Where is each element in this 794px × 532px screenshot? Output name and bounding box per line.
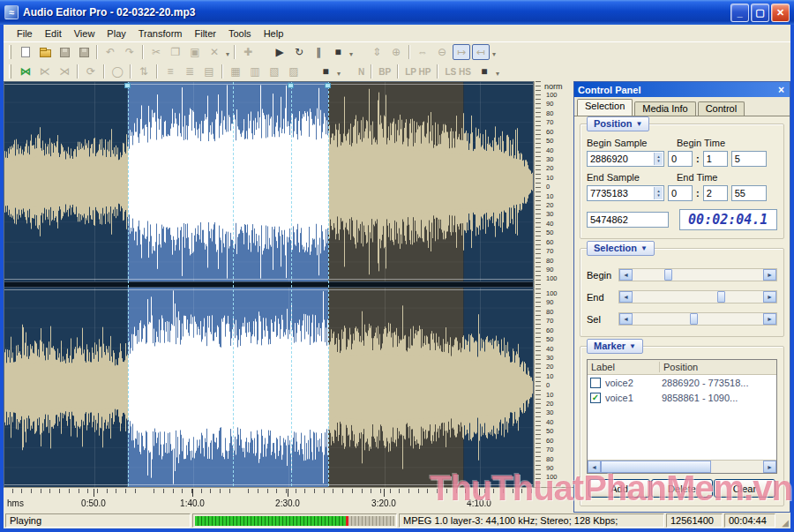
tab-selection[interactable]: Selection — [577, 99, 633, 116]
add-marker-button[interactable]: ✚ — [239, 44, 257, 60]
slider-left-arrow[interactable]: ◄ — [619, 313, 633, 325]
edit-dropdown[interactable]: ▾ — [224, 50, 231, 58]
loop-button[interactable]: ↻ — [290, 44, 308, 60]
waveform-display[interactable] — [4, 81, 534, 487]
tab-control[interactable]: Control — [698, 101, 745, 116]
time-ruler[interactable]: hms 0:50.01:40.02:30.03:20.04:10.0 — [4, 487, 573, 513]
slider-left-arrow[interactable]: ◄ — [619, 269, 633, 281]
control-panel-titlebar[interactable]: Control Panel × — [574, 82, 790, 97]
save-all-button[interactable] — [75, 44, 93, 60]
menu-item-edit[interactable]: Edit — [39, 26, 68, 41]
scrollbar-track[interactable] — [601, 461, 763, 473]
play-dropdown[interactable]: ▾ — [348, 50, 355, 58]
filter-bandpass-button[interactable]: BP — [375, 67, 394, 77]
menu-item-filter[interactable]: Filter — [188, 26, 221, 41]
menu-item-help[interactable]: Help — [258, 26, 290, 41]
fit-vertical-button[interactable]: ⋊ — [56, 64, 73, 79]
add-marker-button[interactable]: Add — [588, 479, 650, 498]
waveform-channel-bottom[interactable] — [4, 288, 533, 487]
marker-checkbox[interactable]: ✓ — [590, 393, 601, 403]
slider-thumb[interactable] — [690, 313, 698, 325]
end-slider[interactable]: ◄ ► — [618, 290, 777, 303]
redo-button[interactable]: ↷ — [121, 44, 139, 60]
zoom-in-button[interactable]: ⊕ — [387, 44, 405, 60]
position-column-header[interactable]: Position — [660, 362, 701, 372]
marker-group-header[interactable]: Marker ▼ — [587, 339, 643, 354]
menu-item-transform[interactable]: Transform — [132, 26, 189, 41]
filter-lowpass-highpass-button[interactable]: LP HP — [401, 67, 434, 77]
filter-normal-button[interactable]: N — [355, 67, 368, 77]
begin-hour-field[interactable]: 0 — [668, 151, 693, 167]
fit-selection-button[interactable]: ⋈ — [17, 64, 34, 79]
zoom-horizontal-button[interactable]: ⇔ — [414, 44, 431, 60]
end-minute-field[interactable]: 2 — [703, 185, 728, 201]
begin-minute-field[interactable]: 1 — [703, 151, 728, 167]
menu-item-file[interactable]: File — [11, 26, 39, 41]
play-button[interactable]: ▶ — [271, 44, 288, 60]
delete-marker-button[interactable]: Delete — [651, 479, 713, 498]
new-file-button[interactable] — [17, 44, 34, 60]
marker-row[interactable]: voice2 2886920 - 773518... — [588, 375, 776, 390]
swap-channels-button[interactable]: ⇅ — [135, 64, 153, 79]
view-wave-button[interactable]: ≡ — [161, 64, 179, 79]
grid-button[interactable]: ▦ — [227, 64, 244, 79]
fit-horizontal-button[interactable]: ⋉ — [36, 64, 54, 79]
delete-button[interactable]: ✕ — [206, 44, 223, 60]
columns-button[interactable]: ▥ — [246, 64, 264, 79]
toolbar-grip[interactable] — [9, 45, 11, 59]
filter-swatch-button[interactable]: ■ — [476, 64, 493, 79]
slider-right-arrow[interactable]: ► — [763, 269, 776, 281]
zoom-selection-button[interactable]: ↦ — [453, 44, 470, 60]
maximize-button[interactable]: ▢ — [751, 4, 769, 22]
close-button[interactable]: ✕ — [771, 4, 790, 22]
view-level-button[interactable]: ▤ — [200, 64, 218, 79]
tab-media-info[interactable]: Media Info — [634, 101, 695, 116]
slider-right-arrow[interactable]: ► — [763, 291, 776, 303]
slider-track[interactable] — [633, 291, 763, 303]
zoom-dropdown[interactable]: ▾ — [491, 50, 498, 58]
clear-markers-button[interactable]: Clear — [714, 479, 775, 498]
label-column-header[interactable]: Label — [588, 362, 660, 372]
selection-length-field[interactable]: 5474862 — [587, 212, 669, 228]
begin-sample-spinner[interactable]: ▴▾ — [654, 153, 663, 165]
end-sample-field[interactable]: 7735183 ▴▾ — [587, 185, 664, 201]
view-spectrum-button[interactable]: ≣ — [181, 64, 198, 79]
pause-button[interactable]: ∥ — [310, 44, 327, 60]
cross-hatch-button[interactable]: ▨ — [285, 64, 303, 79]
menu-item-tools[interactable]: Tools — [222, 26, 258, 41]
stop-button[interactable]: ■ — [329, 44, 347, 60]
toolbar-grip[interactable] — [9, 64, 11, 79]
hatch-button[interactable]: ▧ — [266, 64, 283, 79]
minimize-button[interactable]: _ — [730, 4, 749, 22]
color-swatch-button[interactable]: ■ — [317, 64, 334, 79]
cut-button[interactable]: ✂ — [147, 44, 165, 60]
slider-thumb[interactable] — [717, 291, 725, 303]
scrollbar-thumb[interactable] — [601, 461, 711, 473]
color-dropdown[interactable]: ▾ — [335, 70, 342, 78]
slider-track[interactable] — [633, 313, 763, 325]
marker-list-header[interactable]: Label Position — [588, 360, 776, 375]
paste-button[interactable]: ▣ — [186, 44, 204, 60]
control-panel-close-icon[interactable]: × — [776, 85, 786, 95]
open-file-button[interactable] — [36, 44, 54, 60]
slider-left-arrow[interactable]: ◄ — [619, 291, 633, 303]
menu-item-view[interactable]: View — [68, 26, 101, 41]
slider-track[interactable] — [633, 269, 763, 281]
resize-grip[interactable]: ◢ — [777, 513, 789, 528]
refresh-view-button[interactable]: ⟳ — [82, 64, 100, 79]
loop-region-button[interactable]: ◯ — [109, 64, 126, 79]
slider-thumb[interactable] — [664, 269, 672, 281]
marker-row[interactable]: ✓ voice1 9858861 - 1090... — [588, 390, 776, 405]
scrollbar-left-arrow[interactable]: ◄ — [588, 461, 601, 473]
zoom-all-button[interactable]: ↤ — [472, 44, 490, 60]
save-file-button[interactable] — [56, 44, 73, 60]
copy-button[interactable]: ❐ — [167, 44, 184, 60]
scrollbar-right-arrow[interactable]: ► — [763, 461, 776, 473]
undo-button[interactable]: ↶ — [101, 44, 119, 60]
marker-scrollbar[interactable]: ◄ ► — [588, 460, 776, 473]
end-second-field[interactable]: 55 — [731, 185, 767, 201]
title-bar[interactable]: ≈ Audio Editor Pro - 02-0322-20.mp3 _ ▢ … — [0, 0, 794, 25]
begin-second-field[interactable]: 5 — [731, 151, 767, 167]
end-sample-spinner[interactable]: ▴▾ — [654, 187, 663, 199]
filter-shelf-button[interactable]: LS HS — [441, 67, 474, 77]
